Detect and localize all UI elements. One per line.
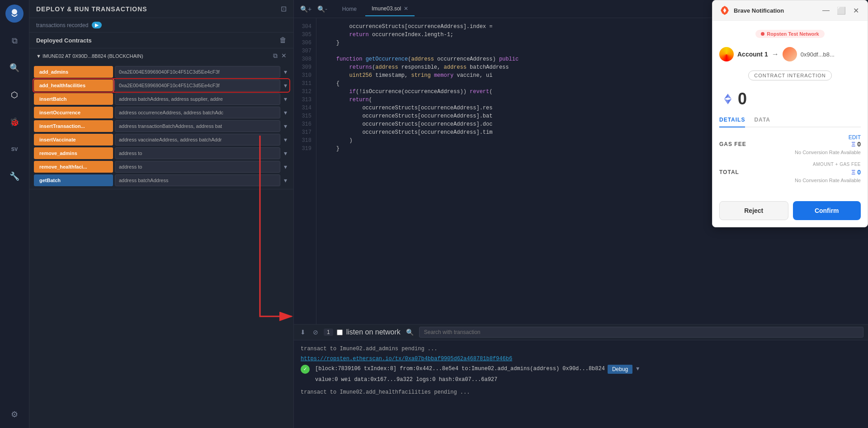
file-tab[interactable]: Imune03.sol ✕ (365, 2, 415, 16)
function-input-insertbatch[interactable] (115, 93, 280, 105)
details-data-tabs: DETAILS DATA (719, 113, 861, 127)
sidebar-icon-files[interactable]: ⧉ (5, 32, 24, 50)
chevron-down-icon-add-healthfacilities[interactable]: ▾ (282, 80, 289, 91)
chevron-down-icon-insertbatch[interactable]: ▾ (282, 94, 289, 104)
terminal-block-row: ✓ [block:7839106 txIndex:8] from:0x442..… (301, 365, 861, 386)
deploy-panel: DEPLOY & RUN TRANSACTIONS ⊡ transactions… (29, 0, 294, 428)
terminal-search-input[interactable] (419, 327, 863, 338)
deployed-contracts-header: Deployed Contracts 🗑 (29, 33, 293, 48)
tab-details[interactable]: DETAILS (719, 113, 745, 127)
sidebar-icon-settings[interactable]: ⚙ (5, 405, 24, 423)
tab-data[interactable]: DATA (754, 113, 770, 127)
chevron-down-icon-remove-admins[interactable]: ▾ (282, 148, 289, 159)
contract-instance-label: ▼ IMUNE02 AT 0X90D...8B824 (BLOCKCHAIN) (36, 53, 269, 59)
terminal-down-btn[interactable]: ⬇ (298, 328, 307, 337)
function-row-insertoccurrence: insertOccurrence ▾ (34, 107, 289, 118)
eth-amount: 0 (712, 85, 868, 113)
listen-checkbox[interactable] (337, 329, 343, 335)
function-btn-remove-admins[interactable]: remove_admins (34, 147, 113, 159)
account-avatar (719, 47, 734, 61)
deploy-title: DEPLOY & RUN TRANSACTIONS (36, 5, 276, 13)
gas-fee-label: GAS FEE (719, 141, 746, 147)
sidebar-icon-tools[interactable]: 🔧 (5, 167, 24, 185)
chevron-down-icon-insertoccurrence[interactable]: ▾ (282, 107, 289, 118)
function-row-add-healthfacilities: add_healthfacilities ▾ (34, 80, 289, 91)
close-contract-icon[interactable]: ✕ (281, 52, 287, 60)
functions-list: add_admins ▾ add_healthfacilities ▾ inse… (29, 63, 293, 189)
brave-logo (719, 5, 730, 16)
eth-amount-value: 0 (738, 89, 747, 108)
chevron-down-icon-add-admins[interactable]: ▾ (282, 66, 289, 77)
chevron-down-icon-inserttransaction[interactable]: ▾ (282, 121, 289, 132)
function-input-remove-healthfaci[interactable] (115, 161, 280, 173)
terminal-line-2: https://ropsten.etherscan.io/tx/0xa07b4b… (301, 355, 861, 363)
sidebar-icon-debug[interactable]: 🐞 (5, 113, 24, 131)
total-eth-icon: Ξ (851, 169, 855, 176)
transactions-recorded: transactions recorded ▶ (29, 18, 293, 33)
sidebar-icon-search[interactable]: 🔍 (5, 59, 24, 77)
success-icon: ✓ (301, 365, 310, 374)
network-badge-container: Ropsten Test Network (719, 25, 861, 42)
terminal-block-info: [block:7839106 txIndex:8] from:0x442...8… (315, 365, 605, 386)
minimize-btn[interactable]: — (821, 6, 831, 15)
details-content: EDIT GAS FEE Ξ 0 No Conversion Rate Avai… (712, 127, 868, 197)
terminal-search-btn[interactable]: 🔍 (404, 328, 415, 337)
chevron-down-icon-insertvaccinate[interactable]: ▾ (282, 134, 289, 145)
gas-conversion-note: No Conversion Rate Available (719, 150, 861, 155)
account-avatar2 (783, 47, 797, 61)
function-btn-remove-healthfaci[interactable]: remove_healthfaci... (34, 161, 113, 173)
line-numbers: 3043053063073083093103113123133143153163… (294, 18, 316, 324)
brave-notification: Brave Notification — ⬜ ✕ Ropsten Test Ne… (712, 0, 868, 227)
function-row-inserttransaction: insertTransaction... ▾ (34, 120, 289, 132)
contract-instance-header[interactable]: ▼ IMUNE02 AT 0X90D...8B824 (BLOCKCHAIN) … (29, 48, 293, 63)
function-input-add-admins[interactable] (115, 66, 280, 78)
restore-btn[interactable]: ⬜ (835, 6, 848, 15)
zoom-controls: 🔍+ 🔍- (298, 5, 329, 14)
gas-fee-value: Ξ 0 (851, 141, 861, 148)
file-tab-label: Imune03.sol (372, 5, 401, 12)
function-btn-insertvaccinate[interactable]: insertVaccinate (34, 134, 113, 146)
notification-controls: — ⬜ ✕ (821, 6, 861, 15)
confirm-button[interactable]: Confirm (793, 201, 861, 220)
terminal-content: transact to Imune02.add_admins pending .… (294, 340, 868, 428)
gas-fee-amount: 0 (857, 141, 861, 148)
sidebar-icon-sv[interactable]: SV (5, 140, 24, 158)
chevron-down-icon-remove-healthfaci[interactable]: ▾ (282, 161, 289, 172)
network-dot (761, 32, 764, 36)
zoom-out-btn[interactable]: 🔍- (316, 5, 329, 14)
function-input-remove-admins[interactable] (115, 147, 280, 159)
copy-contract-icon[interactable]: ⧉ (273, 52, 278, 60)
trash-icon[interactable]: 🗑 (279, 36, 287, 44)
function-btn-add-healthfacilities[interactable]: add_healthfacilities (34, 80, 113, 91)
function-btn-add-admins[interactable]: add_admins (34, 66, 113, 78)
function-btn-inserttransaction[interactable]: insertTransaction... (34, 120, 113, 132)
function-input-getbatch[interactable] (115, 174, 280, 186)
function-row-insertbatch: insertBatch ▾ (34, 93, 289, 105)
tab-close-icon[interactable]: ✕ (404, 5, 408, 12)
function-input-insertvaccinate[interactable] (115, 134, 280, 146)
function-btn-getbatch[interactable]: getBatch (34, 174, 113, 186)
close-btn[interactable]: ✕ (851, 6, 861, 15)
chevron-down-icon-getbatch[interactable]: ▾ (282, 175, 289, 186)
function-btn-insertbatch[interactable]: insertBatch (34, 93, 113, 105)
function-row-remove-admins: remove_admins ▾ (34, 147, 289, 159)
terminal-line-healthfacilities: transact to Imune02.add_healthfacilities… (301, 388, 861, 396)
sidebar-icon-deploy[interactable]: ⬡ (5, 86, 24, 104)
function-input-insertoccurrence[interactable] (115, 107, 280, 118)
total-value: Ξ 0 (851, 169, 861, 176)
reject-button[interactable]: Reject (719, 201, 788, 220)
edit-link[interactable]: EDIT (719, 134, 861, 141)
total-conversion-note: No Conversion Rate Available (719, 178, 861, 183)
function-input-inserttransaction[interactable] (115, 120, 280, 132)
terminal-expand-icon[interactable]: ▾ (635, 365, 640, 373)
terminal-toolbar: ⬇ ⊘ 1 listen on network 🔍 (294, 325, 868, 340)
zoom-in-btn[interactable]: 🔍+ (298, 5, 313, 14)
terminal-link[interactable]: https://ropsten.etherscan.io/tx/0xa07b4b… (301, 356, 512, 362)
terminal-stop-btn[interactable]: ⊘ (311, 328, 320, 337)
function-input-add-healthfacilities[interactable] (115, 80, 280, 91)
function-row-remove-healthfaci: remove_healthfaci... ▾ (34, 161, 289, 173)
debug-button[interactable]: Debug (608, 365, 632, 374)
function-btn-insertoccurrence[interactable]: insertOccurrence (34, 107, 113, 118)
deployed-contracts-title: Deployed Contracts (36, 37, 92, 44)
home-tab[interactable]: Home (336, 2, 363, 16)
